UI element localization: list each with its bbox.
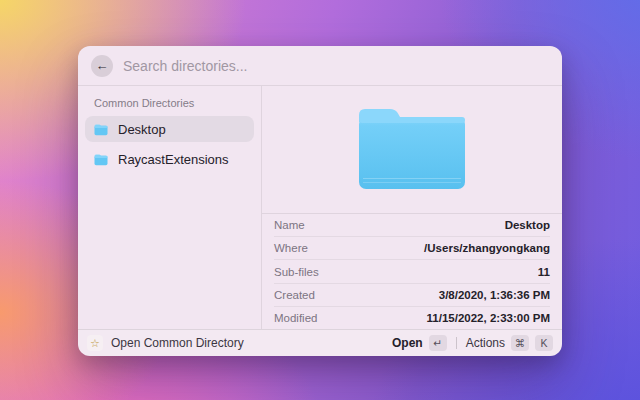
return-key-icon: ↵: [429, 335, 447, 351]
metadata-row-where: Where /Users/zhangyongkang: [274, 236, 550, 259]
detail-pane: Name Desktop Where /Users/zhangyongkang …: [262, 86, 562, 329]
search-bar: ←: [78, 46, 562, 86]
metadata-label: Modified: [274, 312, 317, 324]
footer-divider: [456, 337, 457, 349]
folder-preview: [262, 86, 562, 213]
k-key-icon: K: [535, 335, 553, 351]
metadata-value: /Users/zhangyongkang: [424, 242, 550, 254]
sidebar-item-desktop[interactable]: Desktop: [85, 116, 254, 142]
metadata-value: 11: [538, 266, 550, 278]
open-button[interactable]: Open: [392, 336, 423, 350]
actions-button[interactable]: Actions: [466, 336, 505, 350]
back-arrow-icon: ←: [96, 59, 109, 72]
metadata-row-modified: Modified 11/15/2022, 2:33:00 PM: [274, 306, 550, 329]
footer-shortcuts: Open ↵ Actions ⌘ K: [392, 335, 553, 351]
folder-icon: [93, 123, 109, 136]
sidebar-section-title: Common Directories: [85, 94, 254, 116]
metadata-row-created: Created 3/8/2020, 1:36:36 PM: [274, 283, 550, 306]
search-input[interactable]: [123, 58, 549, 74]
metadata-row-name: Name Desktop: [274, 214, 550, 236]
sidebar-item-label: Desktop: [118, 122, 166, 137]
folder-icon: [93, 153, 109, 166]
sidebar-item-label: RaycastExtensions: [118, 152, 229, 167]
blue-folder-icon: [354, 103, 470, 196]
sidebar: Common Directories Desktop RaycastExtens…: [78, 86, 262, 329]
sidebar-item-raycastextensions[interactable]: RaycastExtensions: [85, 146, 254, 172]
metadata-label: Where: [274, 242, 308, 254]
metadata-row-subfiles: Sub-files 11: [274, 259, 550, 282]
star-icon: ☆: [90, 338, 100, 349]
metadata-value: Desktop: [505, 219, 550, 231]
metadata-value: 11/15/2022, 2:33:00 PM: [427, 312, 550, 324]
window-body: Common Directories Desktop RaycastExtens…: [78, 86, 562, 329]
extension-icon: ☆: [87, 335, 103, 351]
metadata-label: Created: [274, 289, 315, 301]
back-button[interactable]: ←: [91, 55, 113, 77]
metadata-label: Sub-files: [274, 266, 319, 278]
metadata-table: Name Desktop Where /Users/zhangyongkang …: [262, 213, 562, 329]
metadata-label: Name: [274, 219, 305, 231]
cmd-key-icon: ⌘: [511, 335, 529, 351]
footer-action-label: Open Common Directory: [111, 336, 244, 350]
metadata-value: 3/8/2020, 1:36:36 PM: [439, 289, 550, 301]
action-bar: ☆ Open Common Directory Open ↵ Actions ⌘…: [78, 329, 562, 356]
search-directories-window: ← Common Directories Desktop: [78, 46, 562, 356]
